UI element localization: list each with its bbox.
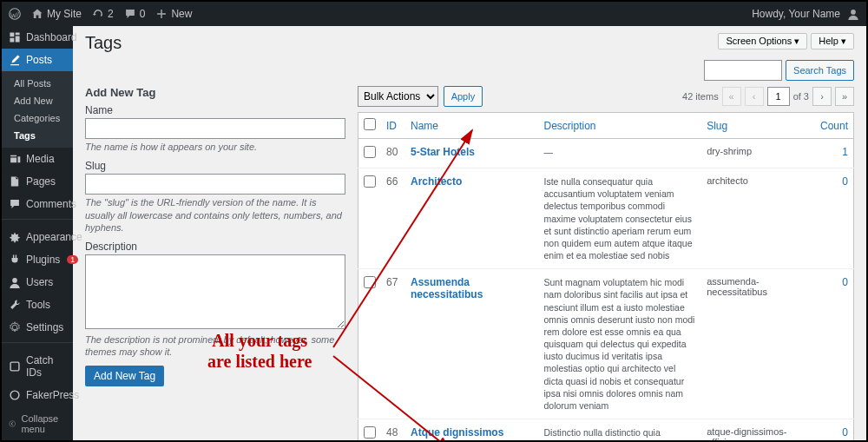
row-desc: Distinctio nulla distinctio quia volupta…	[538, 419, 701, 440]
desc-input[interactable]	[85, 254, 345, 329]
menu-plugins[interactable]: Plugins1	[2, 248, 73, 271]
form-heading: Add New Tag	[85, 86, 345, 99]
submenu-categories[interactable]: Categories	[10, 109, 73, 127]
submenu-add-new[interactable]: Add New	[10, 92, 73, 109]
row-desc: —	[538, 139, 701, 168]
menu-dashboard[interactable]: Dashboard	[2, 26, 73, 49]
menu-tools[interactable]: Tools	[2, 294, 73, 316]
tags-table: ID Name Description Slug Count 805-Star …	[358, 112, 854, 440]
select-all-checkbox[interactable]	[364, 118, 376, 130]
col-id[interactable]: ID	[381, 113, 405, 139]
items-count: 42 items	[682, 91, 719, 102]
main-content: Screen Options ▾ Help ▾ Tags Search Tags…	[73, 26, 866, 440]
search-input[interactable]	[704, 60, 782, 81]
row-checkbox[interactable]	[364, 276, 376, 288]
next-page-button[interactable]: ›	[812, 87, 832, 106]
row-id: 66	[381, 168, 405, 269]
desc-label: Description	[85, 241, 345, 253]
row-name-link[interactable]: Assumenda necessitatibus	[411, 276, 483, 300]
row-slug: atque-dignissimos-officia	[701, 419, 815, 440]
add-new-tag-form: Add New Tag Name The name is how it appe…	[85, 86, 345, 440]
row-slug: architecto	[701, 168, 815, 269]
bulk-actions-select[interactable]: Bulk Actions	[358, 86, 438, 107]
wp-logo-icon[interactable]	[9, 8, 21, 20]
slug-hint: The "slug" is the URL-friendly version o…	[85, 196, 345, 234]
table-row: 67Assumenda necessitatibusSunt magnam vo…	[358, 269, 854, 419]
name-label: Name	[85, 104, 345, 116]
table-row: 48Atque dignissimos officiaDistinctio nu…	[358, 419, 854, 440]
menu-settings[interactable]: Settings	[2, 316, 73, 339]
row-name-link[interactable]: 5-Star Hotels	[411, 146, 475, 158]
collapse-menu[interactable]: Collapse menu	[2, 406, 73, 441]
name-hint: The name is how it appears on your site.	[85, 141, 345, 153]
row-count-link[interactable]: 0	[842, 426, 848, 439]
screen-options-toggle[interactable]: Screen Options ▾	[718, 33, 807, 49]
row-count-link[interactable]: 0	[842, 175, 848, 188]
col-count[interactable]: Count	[815, 113, 854, 139]
add-new-tag-button[interactable]: Add New Tag	[85, 366, 164, 386]
row-desc: Iste nulla consequatur quia accusantium …	[538, 168, 701, 269]
menu-media[interactable]: Media	[2, 148, 73, 170]
comments-link[interactable]: 0	[124, 8, 146, 20]
last-page-button[interactable]: »	[835, 87, 854, 106]
row-count-link[interactable]: 1	[842, 146, 848, 158]
row-id: 67	[381, 269, 405, 419]
pagination: 42 items « ‹ of 3 › »	[682, 87, 854, 106]
row-count-link[interactable]: 0	[842, 276, 848, 288]
admin-top-bar: My Site 2 0 New Howdy, Your Name	[2, 2, 866, 26]
row-id: 80	[381, 139, 405, 168]
row-checkbox[interactable]	[364, 426, 376, 439]
menu-posts[interactable]: Posts	[2, 49, 73, 71]
current-page-input[interactable]	[767, 87, 790, 106]
row-desc: Sunt magnam voluptatem hic modi nam dolo…	[538, 269, 701, 419]
svg-point-4	[10, 391, 19, 399]
row-slug: dry-shrimp	[701, 139, 815, 168]
submenu-tags[interactable]: Tags	[10, 127, 73, 144]
howdy-link[interactable]: Howdy, Your Name	[752, 8, 859, 20]
row-id: 48	[381, 419, 405, 440]
menu-comments[interactable]: Comments	[2, 193, 73, 215]
search-button[interactable]: Search Tags	[786, 60, 854, 81]
table-row: 805-Star Hotels—dry-shrimp1	[358, 139, 854, 168]
new-link[interactable]: New	[155, 8, 192, 20]
row-checkbox[interactable]	[364, 146, 376, 158]
submenu-all-posts[interactable]: All Posts	[10, 75, 73, 92]
menu-users[interactable]: Users	[2, 271, 73, 294]
col-slug[interactable]: Slug	[701, 113, 815, 139]
menu-appearance[interactable]: Appearance	[2, 226, 73, 248]
svg-point-1	[851, 10, 856, 15]
help-toggle[interactable]: Help ▾	[811, 33, 854, 49]
svg-rect-3	[10, 362, 19, 371]
site-link[interactable]: My Site	[31, 8, 82, 20]
admin-sidebar: DashboardPostsAll PostsAdd NewCategories…	[2, 26, 73, 440]
first-page-button[interactable]: «	[722, 87, 741, 106]
col-name[interactable]: Name	[405, 113, 538, 139]
row-name-link[interactable]: Architecto	[411, 175, 462, 188]
bulk-apply-button[interactable]: Apply	[444, 86, 483, 107]
menu-fakerpress[interactable]: FakerPress	[2, 384, 73, 406]
table-row: 66ArchitectoIste nulla consequatur quia …	[358, 168, 854, 269]
prev-page-button[interactable]: ‹	[745, 87, 764, 106]
row-name-link[interactable]: Atque dignissimos officia	[411, 426, 503, 440]
slug-label: Slug	[85, 160, 345, 172]
slug-input[interactable]	[85, 174, 345, 195]
desc-hint: The description is not prominent by defa…	[85, 333, 345, 359]
row-checkbox[interactable]	[364, 175, 376, 188]
menu-catch-ids[interactable]: Catch IDs	[2, 349, 73, 384]
name-input[interactable]	[85, 118, 345, 139]
svg-point-2	[12, 278, 17, 283]
svg-point-5	[10, 421, 16, 427]
col-desc[interactable]: Description	[538, 113, 701, 139]
row-slug: assumenda-necessitatibus	[701, 269, 815, 419]
updates-link[interactable]: 2	[92, 8, 114, 20]
menu-pages[interactable]: Pages	[2, 170, 73, 193]
